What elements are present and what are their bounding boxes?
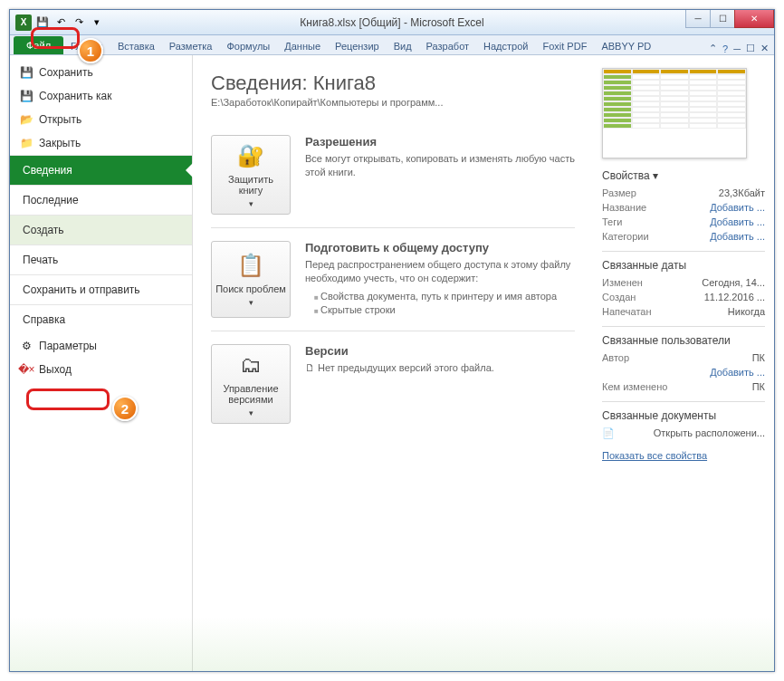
qat-save-icon[interactable]: 💾 xyxy=(35,15,50,30)
nav-recent[interactable]: Последние xyxy=(10,185,192,215)
tab-developer[interactable]: Разработ xyxy=(419,38,476,54)
prepare-text: Перед распространением общего доступа к … xyxy=(305,258,575,318)
maximize-button[interactable]: ☐ xyxy=(710,10,735,28)
prop-changedby-val: ПК xyxy=(752,381,765,392)
title-bar: X 💾 ↶ ↷ ▾ Книга8.xlsx [Общий] - Microsof… xyxy=(10,10,774,35)
qat-redo-icon[interactable]: ↷ xyxy=(72,15,86,30)
manage-versions-button[interactable]: 🗂 Управление версиями ▾ xyxy=(211,344,291,424)
prop-author-key: Автор xyxy=(602,352,629,363)
ribbon-tabs: Файл Главна Вставка Разметка Формулы Дан… xyxy=(10,35,774,55)
doc-close-icon[interactable]: ✕ xyxy=(760,43,769,54)
saveas-icon: 💾 xyxy=(19,89,33,103)
tab-file[interactable]: Файл xyxy=(14,36,63,54)
help-icon[interactable]: ? xyxy=(722,43,728,54)
close-folder-icon: 📁 xyxy=(19,136,33,150)
related-docs-heading: Связанные документы xyxy=(602,409,765,422)
doc-restore-icon[interactable]: ☐ xyxy=(746,43,755,54)
section-versions: 🗂 Управление версиями ▾ Версии 🗋 Нет пре… xyxy=(211,331,575,436)
document-thumbnail[interactable] xyxy=(602,68,747,158)
lock-key-icon: 🔐 xyxy=(236,141,265,170)
tab-addins[interactable]: Надстрой xyxy=(476,38,535,54)
qat-undo-icon[interactable]: ↶ xyxy=(53,15,68,30)
properties-panel: Свойства ▾ Размер23,3Кбайт НазваниеДобав… xyxy=(593,55,774,671)
tab-foxit[interactable]: Foxit PDF xyxy=(535,38,594,54)
permissions-text: Все могут открывать, копировать и изменя… xyxy=(305,152,575,180)
nav-new[interactable]: Создать xyxy=(10,215,192,245)
ribbon-minimize-icon[interactable]: ⌃ xyxy=(709,43,717,54)
tab-layout[interactable]: Разметка xyxy=(162,38,220,54)
minimize-button[interactable]: ─ xyxy=(685,10,711,28)
prop-name-val[interactable]: Добавить ... xyxy=(710,202,765,213)
prop-created-val: 11.12.2016 ... xyxy=(704,292,765,302)
nav-exit[interactable]: �×Выход xyxy=(10,358,192,381)
nav-sendshare[interactable]: Сохранить и отправить xyxy=(10,274,192,304)
prop-name-key: Название xyxy=(602,202,646,213)
versions-icon: 🗂 xyxy=(236,350,265,379)
prop-size-key: Размер xyxy=(602,187,636,198)
qat-customize-icon[interactable]: ▾ xyxy=(90,15,104,30)
nav-options[interactable]: ⚙Параметры xyxy=(10,334,192,358)
add-author-link[interactable]: Добавить ... xyxy=(710,367,765,378)
prop-cat-val[interactable]: Добавить ... xyxy=(710,231,765,242)
quick-access-toolbar: X 💾 ↶ ↷ ▾ xyxy=(10,14,104,31)
tab-abbyy[interactable]: ABBYY PD xyxy=(594,38,658,54)
nav-print[interactable]: Печать xyxy=(10,245,192,274)
versions-text: 🗋 Нет предыдущих версий этого файла. xyxy=(305,361,575,375)
nav-info[interactable]: Сведения xyxy=(10,155,192,185)
close-button[interactable]: ✕ xyxy=(734,10,774,28)
tab-insert[interactable]: Вставка xyxy=(110,38,162,54)
prepare-item-1: Свойства документа, путь к принтеру и им… xyxy=(314,290,575,303)
annotation-badge-1: 1 xyxy=(78,38,103,63)
window-title: Книга8.xlsx [Общий] - Microsoft Excel xyxy=(300,16,483,29)
backstage-nav: 💾Сохранить 💾Сохранить как 📂Открыть 📁Закр… xyxy=(10,55,193,671)
nav-help[interactable]: Справка xyxy=(10,304,192,334)
nav-saveas[interactable]: 💾Сохранить как xyxy=(10,84,192,108)
prepare-item-2: Скрытые строки xyxy=(314,303,575,317)
tab-review[interactable]: Рецензир xyxy=(328,38,387,54)
excel-logo-icon: X xyxy=(15,14,32,31)
nav-close-label: Закрыть xyxy=(39,137,81,149)
open-icon: 📂 xyxy=(19,112,33,127)
section-permissions: 🔐 Защитить книгу ▾ Разрешения Все могут … xyxy=(211,122,575,228)
open-location-link[interactable]: 📄 Открыть расположени... xyxy=(602,426,765,441)
prop-printed-val: Никогда xyxy=(728,306,765,317)
file-path: E:\Заработок\Копирайт\Компьютеры и прогр… xyxy=(211,97,575,108)
protect-btn-label: Защитить книгу xyxy=(215,174,286,196)
prop-tags-key: Теги xyxy=(602,216,622,227)
nav-save[interactable]: 💾Сохранить xyxy=(10,61,192,84)
prop-printed-key: Напечатан xyxy=(602,306,651,317)
prop-author-val: ПК xyxy=(752,352,765,363)
doc-minimize-icon[interactable]: ─ xyxy=(733,43,741,54)
prop-mod-key: Изменен xyxy=(602,277,643,288)
options-icon: ⚙ xyxy=(19,339,33,353)
prop-cat-key: Категории xyxy=(602,231,649,242)
save-icon: 💾 xyxy=(19,65,33,80)
prop-created-key: Создан xyxy=(602,292,636,302)
section-prepare: 📋 Поиск проблем ▾ Подготовить к общему д… xyxy=(211,228,575,331)
checklist-icon: 📋 xyxy=(236,251,265,280)
prop-mod-val: Сегодня, 14... xyxy=(702,277,765,288)
properties-heading[interactable]: Свойства ▾ xyxy=(602,169,765,182)
related-users-heading: Связанные пользователи xyxy=(602,334,765,347)
nav-save-label: Сохранить xyxy=(39,66,93,79)
show-all-props-link[interactable]: Показать все свойства xyxy=(602,450,765,461)
prop-changedby-key: Кем изменено xyxy=(602,381,667,392)
nav-exit-label: Выход xyxy=(39,363,72,376)
tab-formulas[interactable]: Формулы xyxy=(219,38,277,54)
versions-btn-label: Управление версиями xyxy=(215,383,286,405)
check-issues-button[interactable]: 📋 Поиск проблем ▾ xyxy=(211,241,291,318)
versions-title: Версии xyxy=(305,344,575,358)
info-heading: Сведения: Книга8 xyxy=(211,72,575,95)
nav-saveas-label: Сохранить как xyxy=(39,90,111,102)
protect-workbook-button[interactable]: 🔐 Защитить книгу ▾ xyxy=(211,135,291,215)
tab-view[interactable]: Вид xyxy=(387,38,419,54)
nav-close[interactable]: 📁Закрыть xyxy=(10,131,192,155)
exit-icon: �× xyxy=(19,362,33,377)
prop-size-val: 23,3Кбайт xyxy=(719,187,765,198)
nav-open[interactable]: 📂Открыть xyxy=(10,108,192,131)
nav-options-label: Параметры xyxy=(39,340,97,352)
prepare-title: Подготовить к общему доступу xyxy=(305,241,575,254)
nav-open-label: Открыть xyxy=(39,113,81,126)
tab-data[interactable]: Данные xyxy=(277,38,328,54)
prop-tags-val[interactable]: Добавить ... xyxy=(710,216,765,227)
